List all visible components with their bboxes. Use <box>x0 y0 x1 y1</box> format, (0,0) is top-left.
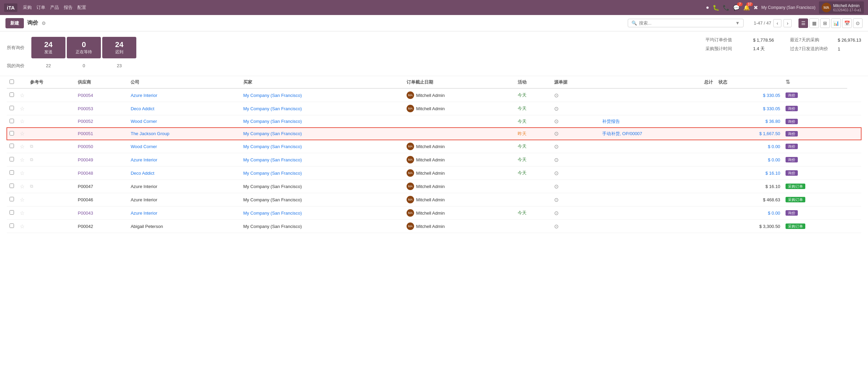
source-ref[interactable]: 手动补货, OP/00007 <box>602 131 642 136</box>
search-input[interactable] <box>639 20 733 26</box>
supplier-name[interactable]: Deco Addict <box>131 106 154 111</box>
new-button[interactable]: 新建 <box>5 18 24 28</box>
ref-number[interactable]: P00053 <box>78 106 93 111</box>
table-row[interactable]: ☆ P00042 Abigail Peterson My Company (Sa… <box>7 220 861 233</box>
late-card[interactable]: 24 迟到 <box>102 37 136 58</box>
company-name-cell[interactable]: My Company (San Francisco) <box>243 211 302 216</box>
chat-badge-container[interactable]: 💬 7 <box>733 4 740 11</box>
activity-icon[interactable]: ⊙ <box>554 92 559 98</box>
activity-icon[interactable]: ⊙ <box>554 131 559 136</box>
chart-view-button[interactable]: 📊 <box>831 18 841 28</box>
supplier-name[interactable]: Azure Interior <box>131 211 157 216</box>
ref-number[interactable]: P00050 <box>78 144 93 149</box>
row-checkbox[interactable] <box>10 144 14 148</box>
app-logo[interactable]: iTA <box>4 3 17 12</box>
activity-icon[interactable]: ⊙ <box>554 223 559 229</box>
company-name-cell[interactable]: My Company (San Francisco) <box>243 131 302 136</box>
menu-purchase[interactable]: 采购 <box>23 4 32 11</box>
filter-icon[interactable]: ⇅ <box>786 79 790 85</box>
activity-icon[interactable]: ⊙ <box>554 184 559 189</box>
ref-number[interactable]: P00051 <box>78 131 93 136</box>
supplier-header[interactable]: 供应商 <box>75 76 128 88</box>
row-checkbox[interactable] <box>10 223 14 228</box>
star-icon[interactable]: ☆ <box>20 144 25 149</box>
table-row[interactable]: ☆ P00052 Wood Corner My Company (San Fra… <box>7 115 861 128</box>
supplier-name[interactable]: Azure Interior <box>131 157 157 162</box>
row-checkbox[interactable] <box>10 210 14 215</box>
ref-header[interactable]: 参考号 <box>27 76 75 88</box>
table-row[interactable]: ☆ P00051 The Jackson Group My Company (S… <box>7 128 861 140</box>
menu-config[interactable]: 配置 <box>77 4 86 11</box>
list-view-button[interactable]: ☰ <box>798 18 808 28</box>
row-checkbox[interactable] <box>10 170 14 175</box>
company-name-cell[interactable]: My Company (San Francisco) <box>243 93 302 98</box>
menu-product[interactable]: 产品 <box>50 4 59 11</box>
star-icon[interactable]: ☆ <box>20 210 25 216</box>
menu-report[interactable]: 报告 <box>64 4 73 11</box>
status-header[interactable]: 状态 <box>716 76 783 88</box>
activity-icon[interactable]: ⊙ <box>554 197 559 203</box>
table-row[interactable]: ☆ P00054 Azure Interior My Company (San … <box>7 88 861 102</box>
next-page-button[interactable]: › <box>783 19 792 27</box>
company-name-cell[interactable]: My Company (San Francisco) <box>243 157 302 162</box>
company-header[interactable]: 公司 <box>128 76 240 88</box>
kanban-view-button[interactable]: ▦ <box>809 18 819 28</box>
row-checkbox[interactable] <box>10 119 14 123</box>
source-header[interactable]: 源单据 <box>551 76 599 88</box>
activity-icon[interactable]: ⊙ <box>554 157 559 163</box>
activity-icon[interactable]: ⊙ <box>554 170 559 176</box>
select-all-checkbox[interactable] <box>10 80 14 84</box>
row-checkbox[interactable] <box>10 197 14 201</box>
table-row[interactable]: ☆ P00048 Deco Addict My Company (San Fra… <box>7 167 861 180</box>
row-checkbox[interactable] <box>10 92 14 97</box>
prev-page-button[interactable]: ‹ <box>773 19 781 27</box>
activity-icon[interactable]: ⊙ <box>554 106 559 112</box>
supplier-name[interactable]: Deco Addict <box>131 171 154 176</box>
copy-icon[interactable]: ⧉ <box>30 144 33 149</box>
amount-header[interactable]: 总计 <box>599 76 716 88</box>
ref-number[interactable]: P00054 <box>78 93 93 98</box>
close-icon[interactable]: ✖ <box>753 4 758 11</box>
ref-number[interactable]: P00049 <box>78 157 93 162</box>
search-dropdown-icon[interactable]: ▼ <box>735 20 740 26</box>
table-row[interactable]: ☆ P00043 Azure Interior My Company (San … <box>7 206 861 220</box>
grid-view-button[interactable]: ⊞ <box>820 18 830 28</box>
company-name-cell[interactable]: My Company (San Francisco) <box>243 171 302 176</box>
table-row[interactable]: ☆ ⧉ P00047 Azure Interior My Company (Sa… <box>7 180 861 193</box>
row-checkbox[interactable] <box>10 106 14 110</box>
date-header[interactable]: 订单截止日期 <box>404 76 515 88</box>
star-icon[interactable]: ☆ <box>20 184 25 189</box>
company-name-cell[interactable]: My Company (San Francisco) <box>243 106 302 111</box>
settings-view-button[interactable]: ⊙ <box>853 18 863 28</box>
company-name-cell[interactable]: My Company (San Francisco) <box>243 144 302 149</box>
star-icon[interactable]: ☆ <box>20 223 25 229</box>
table-row[interactable]: ☆ ⧉ P00049 Azure Interior My Company (Sa… <box>7 153 861 167</box>
ref-number[interactable]: P00052 <box>78 119 93 124</box>
user-info[interactable]: MA Mitchell Admin 61326402-17-0-a1 <box>819 1 864 14</box>
star-icon[interactable]: ☆ <box>20 92 25 98</box>
row-checkbox[interactable] <box>10 131 14 135</box>
phone-icon[interactable]: 📞 <box>723 4 730 11</box>
star-icon[interactable]: ☆ <box>20 131 25 136</box>
star-icon[interactable]: ☆ <box>20 118 25 124</box>
table-row[interactable]: ☆ P00046 Azure Interior My Company (San … <box>7 193 861 206</box>
waiting-card[interactable]: 0 正在等待 <box>67 37 101 58</box>
ref-number[interactable]: P00043 <box>78 211 93 216</box>
gear-icon[interactable]: ⚙ <box>42 20 46 26</box>
calendar-view-button[interactable]: 📅 <box>842 18 852 28</box>
ref-number[interactable]: P00048 <box>78 171 93 176</box>
source-ref[interactable]: 补货报告 <box>602 119 620 124</box>
table-row[interactable]: ☆ P00053 Deco Addict My Company (San Fra… <box>7 102 861 115</box>
menu-order[interactable]: 订单 <box>36 4 45 11</box>
sent-card[interactable]: 24 发送 <box>31 37 65 58</box>
star-icon[interactable]: ☆ <box>20 157 25 163</box>
supplier-name[interactable]: Wood Corner <box>131 144 157 149</box>
supplier-name[interactable]: The Jackson Group <box>131 131 169 136</box>
copy-icon[interactable]: ⧉ <box>30 184 33 189</box>
star-icon[interactable]: ☆ <box>20 106 25 112</box>
supplier-name[interactable]: Wood Corner <box>131 119 157 124</box>
row-checkbox[interactable] <box>10 157 14 161</box>
company-name-cell[interactable]: My Company (San Francisco) <box>243 119 302 124</box>
star-icon[interactable]: ☆ <box>20 197 25 203</box>
notif-badge-container[interactable]: 🔔 37 <box>743 4 750 11</box>
